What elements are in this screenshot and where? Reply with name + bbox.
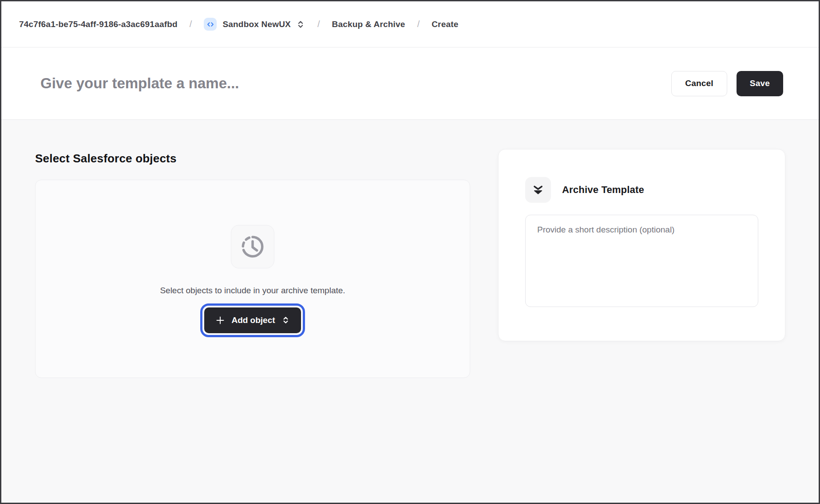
template-panel: Archive Template	[498, 149, 785, 378]
clock-tile	[231, 225, 274, 268]
clock-dashed-icon	[240, 234, 265, 260]
breadcrumb: 74c7f6a1-be75-4aff-9186-a3ac691aafbd / S…	[1, 1, 819, 47]
chevron-up-down-icon	[281, 315, 290, 325]
page-header: Cancel Save	[1, 47, 819, 120]
breadcrumb-separator: /	[417, 19, 420, 29]
add-object-label: Add object	[231, 315, 275, 325]
plus-icon	[215, 315, 226, 326]
cancel-button[interactable]: Cancel	[671, 71, 727, 96]
archive-template-title: Archive Template	[562, 184, 644, 196]
main-content: Select Salesforce objects Select objects…	[1, 120, 819, 378]
description-textarea[interactable]	[525, 215, 758, 307]
section-title: Select Salesforce objects	[35, 152, 470, 165]
header-actions: Cancel Save	[671, 71, 801, 96]
add-object-focus-ring: Add object	[204, 307, 301, 333]
breadcrumb-section[interactable]: Backup & Archive	[332, 20, 405, 29]
objects-empty-state-card: Select objects to include in your archiv…	[35, 180, 470, 378]
archive-template-card: Archive Template	[498, 149, 785, 341]
breadcrumb-org-id[interactable]: 74c7f6a1-be75-4aff-9186-a3ac691aafbd	[19, 20, 178, 29]
breadcrumb-page: Create	[432, 20, 458, 29]
template-name-input[interactable]	[19, 75, 419, 92]
code-icon	[204, 18, 217, 31]
breadcrumb-separator: /	[317, 19, 320, 29]
breadcrumb-service-label: Sandbox NewUX	[222, 20, 291, 29]
objects-section: Select Salesforce objects Select objects…	[35, 149, 470, 378]
breadcrumb-service-selector[interactable]: Sandbox NewUX	[204, 18, 305, 31]
add-object-button[interactable]: Add object	[204, 307, 301, 333]
empty-state-message: Select objects to include in your archiv…	[160, 286, 345, 295]
chevron-up-down-icon	[296, 20, 305, 29]
archive-template-header: Archive Template	[525, 177, 758, 203]
breadcrumb-separator: /	[190, 19, 192, 29]
archive-tile	[525, 177, 551, 203]
save-button[interactable]: Save	[737, 71, 783, 96]
double-chevron-down-icon	[532, 184, 544, 196]
